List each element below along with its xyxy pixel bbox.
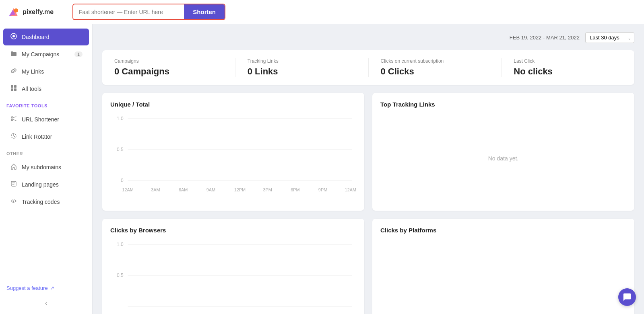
svg-rect-6 bbox=[14, 85, 17, 88]
sidebar-nav: Dashboard My Campaigns 1 My Links Al bbox=[0, 24, 92, 280]
svg-text:0.5: 0.5 bbox=[117, 273, 124, 278]
svg-text:6PM: 6PM bbox=[291, 187, 299, 192]
svg-text:3PM: 3PM bbox=[263, 187, 272, 192]
sidebar-item-label: My Links bbox=[22, 68, 44, 75]
sidebar-item-label: Dashboard bbox=[22, 34, 50, 40]
svg-text:3AM: 3AM bbox=[151, 187, 160, 192]
svg-rect-8 bbox=[14, 88, 17, 91]
svg-point-10 bbox=[11, 119, 13, 121]
svg-text:6AM: 6AM bbox=[179, 187, 188, 192]
svg-text:1.0: 1.0 bbox=[117, 242, 124, 247]
chat-bubble-button[interactable] bbox=[618, 288, 636, 306]
date-filter-bar: FEB 19, 2022 - MAR 21, 2022 Last 30 days… bbox=[102, 32, 634, 43]
chart-clicks-browsers-title: Clicks by Browsers bbox=[110, 227, 356, 234]
logo[interactable]: pixelfy.me bbox=[8, 6, 60, 18]
chart-unique-total-title: Unique / Total bbox=[110, 101, 356, 108]
other-section-label: OTHER bbox=[0, 146, 92, 158]
svg-text:12AM: 12AM bbox=[122, 187, 133, 192]
sidebar-item-label: Tracking codes bbox=[22, 199, 60, 205]
my-campaigns-badge: 1 bbox=[74, 51, 83, 57]
sidebar-item-url-shortener[interactable]: URL Shortener bbox=[3, 111, 89, 128]
suggest-feature-link[interactable]: Suggest a feature ↗ bbox=[6, 285, 86, 291]
svg-text:0.5: 0.5 bbox=[117, 147, 124, 152]
code-icon bbox=[10, 198, 18, 206]
landing-icon bbox=[10, 181, 18, 189]
chart-clicks-platforms: Clicks by Platforms bbox=[372, 219, 634, 314]
stat-campaigns-label: Campaigns bbox=[114, 58, 223, 64]
sidebar-item-label: All tools bbox=[22, 86, 41, 92]
stat-tracking-links: Tracking Links 0 Links bbox=[235, 58, 369, 77]
logo-icon bbox=[8, 6, 19, 18]
stat-tracking-links-label: Tracking Links bbox=[248, 58, 356, 64]
svg-text:0: 0 bbox=[121, 178, 124, 183]
date-range-text: FEB 19, 2022 - MAR 21, 2022 bbox=[510, 35, 580, 41]
sidebar-item-my-links[interactable]: My Links bbox=[3, 63, 89, 80]
sidebar-item-label: URL Shortener bbox=[22, 116, 59, 123]
sidebar-item-all-tools[interactable]: All tools bbox=[3, 80, 89, 97]
stat-clicks-value: 0 Clicks bbox=[381, 66, 489, 77]
chat-icon bbox=[623, 293, 632, 302]
shorten-button[interactable]: Shorten bbox=[184, 4, 225, 19]
svg-rect-5 bbox=[11, 85, 13, 88]
stat-clicks-label: Clicks on current subscription bbox=[381, 58, 489, 64]
chart-top-tracking-links-area: No data yet. bbox=[380, 114, 626, 203]
stat-clicks: Clicks on current subscription 0 Clicks bbox=[369, 58, 502, 77]
date-range-select[interactable]: Last 30 days Last 7 days Last 90 days Cu… bbox=[585, 32, 634, 43]
stats-row: Campaigns 0 Campaigns Tracking Links 0 L… bbox=[102, 50, 634, 85]
url-shortener-bar: Shorten bbox=[72, 4, 225, 20]
external-link-icon: ↗ bbox=[50, 285, 54, 291]
chart-top-tracking-links: Top Tracking Links No data yet. bbox=[372, 93, 634, 211]
sidebar-item-dashboard[interactable]: Dashboard bbox=[3, 29, 89, 45]
rotator-icon bbox=[10, 133, 18, 141]
collapse-icon: ‹ bbox=[45, 300, 47, 307]
url-input[interactable] bbox=[73, 6, 184, 18]
main-layout: Dashboard My Campaigns 1 My Links Al bbox=[0, 24, 644, 314]
sidebar: Dashboard My Campaigns 1 My Links Al bbox=[0, 24, 93, 314]
logo-text: pixelfy.me bbox=[23, 8, 54, 16]
sidebar-item-label: Link Rotator bbox=[22, 133, 52, 140]
sidebar-item-my-subdomains[interactable]: My subdomains bbox=[3, 159, 89, 176]
favorite-tools-section-label: FAVORITE TOOLS bbox=[0, 98, 92, 111]
svg-text:9AM: 9AM bbox=[206, 187, 215, 192]
stat-last-click-label: Last Click bbox=[514, 58, 622, 64]
sidebar-item-my-campaigns[interactable]: My Campaigns 1 bbox=[3, 46, 89, 63]
sidebar-item-tracking-codes[interactable]: Tracking codes bbox=[3, 193, 89, 210]
sidebar-item-landing-pages[interactable]: Landing pages bbox=[3, 176, 89, 193]
chart-top-tracking-links-title: Top Tracking Links bbox=[380, 101, 626, 108]
stat-last-click: Last Click No clicks bbox=[502, 58, 634, 77]
svg-text:1.0: 1.0 bbox=[117, 116, 124, 121]
scissors-icon bbox=[10, 115, 18, 123]
chart-top-tracking-links-no-data: No data yet. bbox=[380, 114, 626, 203]
chart-clicks-browsers-svg: 1.0 0.5 bbox=[110, 240, 356, 314]
svg-text:12PM: 12PM bbox=[234, 187, 246, 192]
sidebar-item-label: Landing pages bbox=[22, 181, 59, 188]
sidebar-item-link-rotator[interactable]: Link Rotator bbox=[3, 128, 89, 145]
svg-point-9 bbox=[11, 117, 13, 118]
stat-campaigns: Campaigns 0 Campaigns bbox=[102, 58, 235, 77]
folder-icon bbox=[10, 50, 18, 58]
svg-rect-12 bbox=[11, 181, 16, 186]
svg-text:12AM: 12AM bbox=[345, 187, 356, 192]
chart-unique-total-area: 1.0 0.5 0 12AM 3AM 6AM 9AM 12PM 3PM 6PM … bbox=[110, 114, 356, 203]
sidebar-item-label: My subdomains bbox=[22, 164, 61, 170]
home-icon bbox=[10, 163, 18, 171]
date-select-wrapper: Last 30 days Last 7 days Last 90 days Cu… bbox=[585, 32, 634, 43]
svg-rect-7 bbox=[11, 88, 13, 91]
chart-clicks-platforms-title: Clicks by Platforms bbox=[380, 227, 626, 234]
chart-unique-total: Unique / Total 1.0 0.5 0 12AM 3AM bbox=[102, 93, 364, 211]
sidebar-footer: Suggest a feature ↗ bbox=[0, 280, 92, 296]
suggest-feature-label: Suggest a feature bbox=[6, 285, 48, 291]
topbar: pixelfy.me Shorten bbox=[0, 0, 644, 24]
sidebar-collapse-button[interactable]: ‹ bbox=[0, 296, 92, 310]
sidebar-item-label: My Campaigns bbox=[22, 51, 59, 57]
charts-grid: Unique / Total 1.0 0.5 0 12AM 3AM bbox=[102, 93, 634, 314]
stat-tracking-links-value: 0 Links bbox=[248, 66, 356, 77]
svg-text:9PM: 9PM bbox=[318, 187, 327, 192]
chart-unique-total-svg: 1.0 0.5 0 12AM 3AM 6AM 9AM 12PM 3PM 6PM … bbox=[110, 114, 356, 203]
grid-icon bbox=[10, 85, 18, 93]
stat-last-click-value: No clicks bbox=[514, 66, 622, 77]
link-icon bbox=[10, 68, 18, 76]
main-content: FEB 19, 2022 - MAR 21, 2022 Last 30 days… bbox=[93, 24, 644, 314]
chart-clicks-platforms-area bbox=[380, 240, 626, 314]
svg-point-4 bbox=[12, 35, 15, 37]
